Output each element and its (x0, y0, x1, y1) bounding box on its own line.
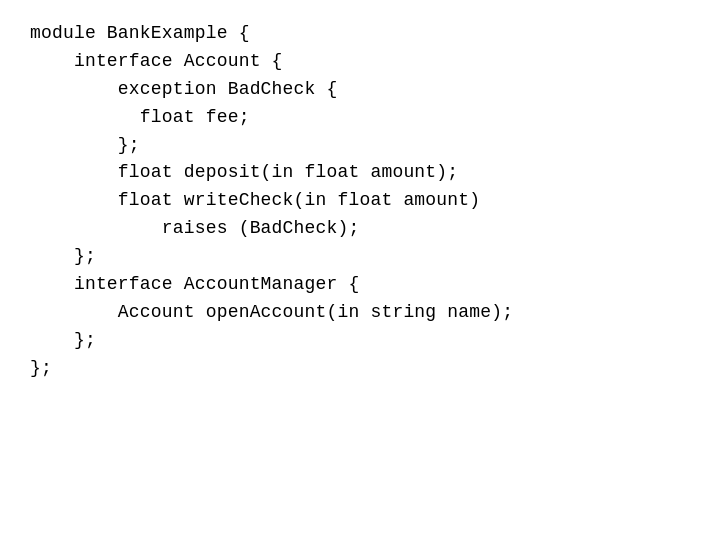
code-display: module BankExample { interface Account {… (30, 20, 513, 383)
